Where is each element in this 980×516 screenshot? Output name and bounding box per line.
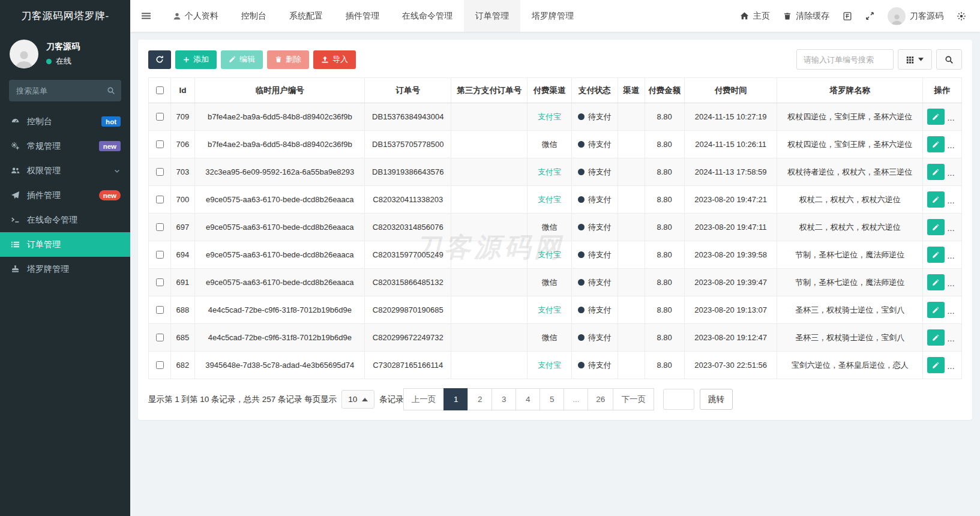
tab-command[interactable]: 在线命令管理 [391, 0, 464, 32]
page-button-2[interactable]: 2 [467, 388, 492, 410]
sidebar-item-console[interactable]: 控制台hot [0, 109, 130, 134]
jump-page-input[interactable] [663, 389, 694, 410]
column-header-0[interactable]: Id [170, 78, 195, 103]
cell-order-no: C820315866485132 [365, 269, 451, 296]
row-edit-button[interactable] [927, 302, 945, 318]
tab-tarot[interactable]: 塔罗牌管理 [520, 0, 585, 32]
search-submit-button[interactable] [936, 49, 962, 70]
column-header-6[interactable]: 渠道 [618, 78, 645, 103]
row-checkbox[interactable] [156, 251, 164, 259]
cell-operations [922, 324, 961, 352]
row-checkbox[interactable] [156, 223, 164, 231]
order-panel: 添加 编辑 删除 导入 [138, 40, 972, 420]
tab-profile[interactable]: 个人资料 [161, 0, 230, 32]
add-button[interactable]: 添加 [175, 50, 217, 69]
column-header-2[interactable]: 订单号 [365, 78, 451, 103]
main-content: 刀客源码网 添加 编辑 [130, 32, 980, 516]
row-edit-button[interactable] [927, 109, 945, 125]
toolbar: 添加 编辑 删除 导入 [148, 49, 962, 70]
cell-id: 682 [170, 352, 195, 379]
page-button-5[interactable]: 5 [540, 388, 564, 410]
cell-id: 688 [170, 296, 195, 324]
row-edit-button[interactable] [927, 357, 945, 373]
person-silhouette-icon [14, 48, 34, 68]
row-checkbox[interactable] [156, 334, 164, 341]
online-status-dot [46, 59, 52, 64]
page-button-26[interactable]: 26 [588, 388, 613, 410]
cell-tarot-names: 圣杯三，权杖骑士逆位，宝剑八 [777, 324, 923, 352]
cell-user-no: 4e4c5cad-72be-c9f6-31f8-7012b19b6d9e [195, 324, 365, 352]
row-edit-button[interactable] [927, 329, 945, 346]
tab-dashboard[interactable]: 控制台 [230, 0, 278, 32]
edit-button[interactable]: 编辑 [221, 50, 263, 69]
order-search-input[interactable] [796, 49, 894, 70]
cell-third-party-no [451, 296, 528, 324]
home-link[interactable]: 主页 [733, 0, 777, 32]
page-button-1[interactable]: 1 [443, 388, 468, 410]
clear-cache-label: 清除缓存 [796, 11, 829, 22]
column-header-4[interactable]: 付费渠道 [528, 78, 571, 103]
users-icon [10, 166, 21, 175]
jump-button[interactable]: 跳转 [700, 389, 733, 410]
cell-amount: 8.80 [645, 214, 684, 241]
row-edit-button[interactable] [927, 191, 945, 208]
sidebar-item-order[interactable]: 订单管理 [0, 232, 130, 257]
cell-user-no: e9ce0575-aa63-6170-bede-dcd8b26eaaca [195, 186, 365, 214]
settings-menu[interactable] [950, 0, 973, 32]
import-button[interactable]: 导入 [313, 50, 356, 69]
column-header-3[interactable]: 第三方支付订单号 [451, 78, 528, 103]
sidebar-item-command[interactable]: 在线命令管理 [0, 208, 130, 232]
page-next-button[interactable]: 下一页 [613, 388, 654, 410]
row-checkbox[interactable] [156, 113, 164, 121]
page-prev-button[interactable]: 上一页 [403, 388, 445, 410]
language-switch[interactable] [836, 0, 859, 32]
refresh-button[interactable] [148, 50, 171, 69]
row-edit-button[interactable] [927, 219, 945, 235]
tab-addon[interactable]: 插件管理 [334, 0, 391, 32]
column-header-5[interactable]: 支付状态 [571, 78, 618, 103]
column-header-8[interactable]: 付费时间 [684, 78, 777, 103]
brand-title: 刀客源码网塔罗牌- [0, 0, 130, 32]
tab-order[interactable]: 订单管理 [464, 0, 520, 32]
cell-operations [922, 103, 961, 131]
page-size-select[interactable]: 10 [341, 390, 374, 409]
row-edit-button[interactable] [927, 247, 945, 263]
row-edit-button[interactable] [927, 274, 945, 290]
row-checkbox[interactable] [156, 196, 164, 203]
list-icon [10, 240, 21, 249]
sidebar-item-tarot[interactable]: 塔罗牌管理 [0, 257, 130, 281]
column-header-9[interactable]: 塔罗牌名称 [777, 78, 923, 103]
user-menu[interactable]: 刀客源码 [881, 0, 950, 32]
row-checkbox[interactable] [156, 140, 164, 148]
columns-toggle-button[interactable] [898, 49, 932, 70]
caret-up-icon [362, 398, 368, 401]
tab-config[interactable]: 系统配置 [278, 0, 334, 32]
column-header-7[interactable]: 付费金额 [645, 78, 684, 103]
menu-search-input[interactable] [9, 80, 121, 101]
page-button-4[interactable]: 4 [516, 388, 540, 410]
row-checkbox[interactable] [156, 306, 164, 314]
cell-pay-status: 待支付 [571, 214, 618, 241]
column-header-10[interactable]: 操作 [922, 78, 961, 103]
row-edit-button[interactable] [927, 136, 945, 152]
page-button-3[interactable]: 3 [492, 388, 516, 410]
row-edit-button[interactable] [927, 164, 945, 180]
cell-pay-channel: 微信 [528, 324, 571, 352]
fullscreen-toggle[interactable] [859, 0, 881, 32]
sidebar-item-label: 在线命令管理 [27, 215, 77, 226]
cell-operations [922, 269, 961, 296]
sidebar-toggle-button[interactable] [130, 0, 161, 32]
clear-cache-link[interactable]: 清除缓存 [777, 0, 836, 32]
sidebar-item-general[interactable]: 常规管理new [0, 134, 130, 158]
sidebar-item-auth[interactable]: 权限管理 [0, 158, 130, 183]
row-checkbox[interactable] [156, 168, 164, 176]
column-header-1[interactable]: 临时用户编号 [195, 78, 365, 103]
sidebar-item-addon[interactable]: 插件管理new [0, 183, 130, 208]
row-select-cell [149, 296, 171, 324]
row-checkbox[interactable] [156, 278, 164, 286]
select-all-checkbox[interactable] [156, 86, 164, 94]
cell-third-party-no [451, 269, 528, 296]
page-button-...[interactable]: ... [564, 388, 588, 410]
delete-button[interactable]: 删除 [267, 50, 309, 69]
row-checkbox[interactable] [156, 361, 164, 369]
